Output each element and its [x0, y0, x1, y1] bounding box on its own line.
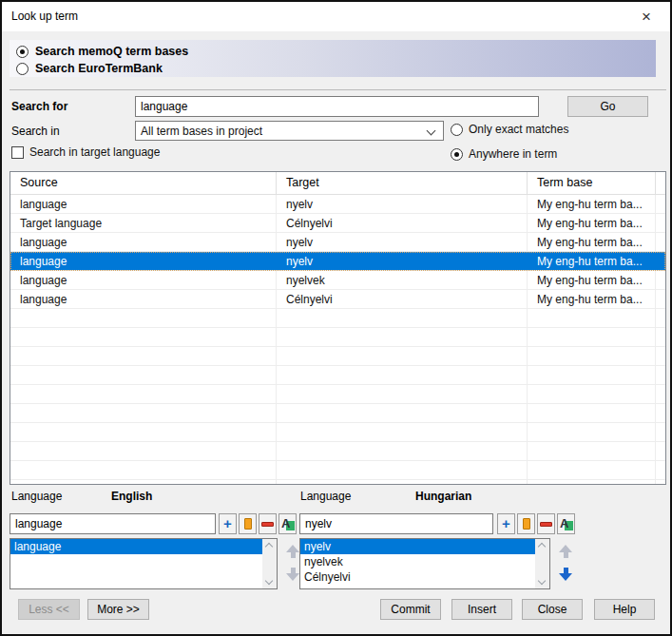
- table-row[interactable]: [10, 309, 665, 328]
- table-row[interactable]: [10, 385, 665, 404]
- target-language-label: Language: [300, 490, 351, 503]
- column-header-source[interactable]: Source: [10, 172, 277, 194]
- search-for-label: Search for: [11, 100, 67, 113]
- scroll-up-icon: [538, 543, 546, 550]
- radio-icon: [451, 148, 463, 161]
- target-terms-listbox[interactable]: nyelvnyelvekCélnyelvi: [299, 538, 550, 589]
- search-input[interactable]: [135, 96, 539, 117]
- arrow-down-icon: [286, 573, 299, 581]
- checkbox-label: Search in target language: [29, 145, 160, 159]
- results-grid-body: languagenyelvMy eng-hu term ba...Target …: [10, 195, 665, 485]
- window-title: Look up term: [11, 10, 78, 23]
- commit-button[interactable]: Commit: [380, 599, 441, 620]
- target-language-value: Hungarian: [415, 490, 471, 503]
- table-row[interactable]: languageCélnyelviMy eng-hu term ba...: [10, 290, 665, 309]
- scrollbar[interactable]: [535, 539, 549, 588]
- radio-label: Only exact matches: [469, 123, 568, 136]
- table-row[interactable]: Target languageCélnyelviMy eng-hu term b…: [10, 214, 665, 233]
- radio-icon: [16, 63, 29, 75]
- dropdown-value: All term bases in project: [141, 125, 262, 138]
- less-button: Less <<: [18, 599, 80, 620]
- column-header-target[interactable]: Target: [277, 172, 528, 194]
- divider: [10, 89, 666, 90]
- radio-only-exact-matches[interactable]: Only exact matches: [451, 123, 568, 136]
- close-button[interactable]: Close: [522, 599, 583, 620]
- source-language-value: English: [111, 490, 152, 503]
- radio-label: Search memoQ term bases: [35, 45, 188, 58]
- move-term-up-button: [556, 542, 575, 561]
- help-button[interactable]: Help: [594, 599, 655, 620]
- source-language-label: Language: [11, 490, 62, 503]
- table-row[interactable]: languagenyelvMy eng-hu term ba...: [10, 252, 665, 271]
- checkbox-icon: [11, 146, 24, 159]
- move-term-down-button[interactable]: [556, 565, 575, 584]
- arrow-up-icon: [286, 545, 299, 552]
- table-row[interactable]: [10, 461, 665, 480]
- target-term-input[interactable]: [299, 513, 493, 534]
- minus-icon: [261, 522, 274, 527]
- checkbox-search-target-language[interactable]: Search in target language: [11, 145, 160, 159]
- search-mode-band: Search memoQ term bases Search EuroTermB…: [10, 40, 656, 77]
- table-row[interactable]: languagenyelvMy eng-hu term ba...: [10, 195, 665, 214]
- table-row[interactable]: [10, 366, 665, 385]
- scrollbar[interactable]: [262, 539, 277, 588]
- list-item[interactable]: Célnyelvi: [300, 569, 549, 585]
- radio-label: Anywhere in term: [469, 147, 557, 161]
- results-grid-header: Source Target Term base: [10, 172, 665, 195]
- minus-icon: [540, 522, 552, 527]
- radio-search-memoq[interactable]: Search memoQ term bases: [16, 43, 188, 60]
- remove-term-button[interactable]: [259, 513, 277, 534]
- table-row[interactable]: [10, 423, 665, 442]
- radio-search-eurotermbank[interactable]: Search EuroTermBank: [16, 60, 163, 77]
- source-terms-listbox[interactable]: language: [10, 538, 278, 589]
- title-bar: Look up term ×: [2, 2, 670, 31]
- letter-a-icon: A: [281, 518, 294, 530]
- scroll-up-icon: [265, 543, 273, 550]
- table-row[interactable]: [10, 442, 665, 461]
- scroll-down-icon: [538, 577, 546, 585]
- list-item[interactable]: language: [10, 539, 277, 554]
- radio-anywhere-in-term[interactable]: Anywhere in term: [451, 147, 557, 161]
- results-grid: Source Target Term base languagenyelvMy …: [10, 171, 666, 485]
- edit-icon: [244, 518, 252, 530]
- term-properties-button[interactable]: A: [557, 513, 575, 534]
- plus-icon: +: [502, 516, 510, 530]
- table-row[interactable]: [10, 347, 665, 366]
- list-item[interactable]: nyelvek: [300, 554, 549, 569]
- more-button[interactable]: More >>: [87, 599, 149, 620]
- table-row[interactable]: [10, 480, 665, 485]
- term-properties-button[interactable]: A: [278, 513, 297, 534]
- add-term-button[interactable]: +: [497, 513, 515, 534]
- table-row[interactable]: languagenyelvMy eng-hu term ba...: [10, 233, 665, 252]
- chevron-down-icon: [427, 126, 436, 136]
- arrow-down-icon: [559, 573, 572, 581]
- scroll-down-icon: [265, 577, 273, 585]
- go-button[interactable]: Go: [567, 96, 648, 117]
- arrow-up-icon: [559, 545, 572, 552]
- add-term-button[interactable]: +: [219, 513, 237, 534]
- table-row[interactable]: [10, 404, 665, 423]
- radio-label: Search EuroTermBank: [35, 62, 163, 75]
- list-item[interactable]: nyelv: [300, 539, 549, 554]
- search-in-label: Search in: [11, 125, 60, 138]
- remove-term-button[interactable]: [537, 513, 555, 534]
- table-row[interactable]: languagenyelvekMy eng-hu term ba...: [10, 271, 665, 290]
- column-header-spacer: [656, 172, 665, 194]
- column-header-term-base[interactable]: Term base: [528, 172, 656, 194]
- lookup-term-dialog: Look up term × Search memoQ term bases S…: [0, 0, 672, 636]
- radio-icon: [16, 46, 29, 58]
- insert-button[interactable]: Insert: [451, 599, 512, 620]
- edit-term-button[interactable]: [239, 513, 257, 534]
- close-icon[interactable]: ×: [634, 6, 659, 29]
- plus-icon: +: [223, 516, 232, 530]
- source-term-input[interactable]: [10, 513, 216, 534]
- table-row[interactable]: [10, 328, 665, 347]
- radio-icon: [451, 124, 463, 136]
- edit-term-button[interactable]: [517, 513, 535, 534]
- edit-icon: [523, 518, 530, 530]
- letter-a-icon: A: [560, 518, 572, 530]
- search-in-dropdown[interactable]: All term bases in project: [135, 121, 444, 141]
